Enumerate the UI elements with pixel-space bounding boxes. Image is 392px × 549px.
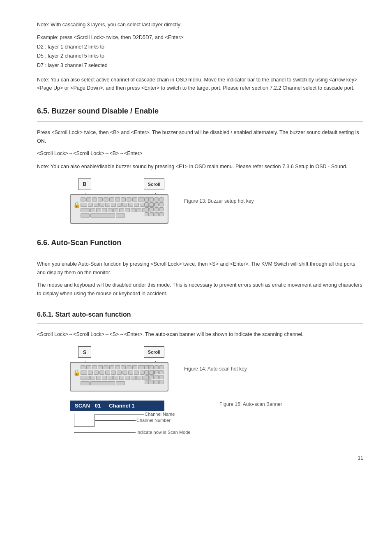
scan-text: SCAN <box>75 403 90 409</box>
figure-14-keyboard: S Scroll ↓ ↓ 🔒 <box>70 346 177 391</box>
section-66-rule <box>37 253 363 253</box>
page-number: 11 <box>37 455 363 461</box>
diag-hline-channel-name <box>95 414 144 415</box>
figure-15-label: Figure 15: Auto-scan Banner <box>219 401 282 407</box>
key-scroll-s: Scroll <box>144 346 164 358</box>
keyboard-body-s: 🔒 <box>70 362 168 391</box>
diag-label-channel-number: Channel Number <box>136 418 171 423</box>
banner-diagram: Channel Name Channel Number Indicate now… <box>70 414 210 447</box>
section-65-note: Note: You can also enable/disable buzzer… <box>37 162 363 171</box>
numpad-b <box>145 197 165 222</box>
figure-15-content: SCAN 01 Channel 1 Channel Name Channel N… <box>70 399 210 447</box>
example-d5: D5 : layer 2 channel 5 links to <box>37 51 363 61</box>
figure-13-row: B Scroll ↓ ↓ 🔒 <box>70 178 363 224</box>
keyboard-body-b: 🔒 <box>70 194 168 224</box>
figure-14-row: S Scroll ↓ ↓ 🔒 <box>70 346 363 391</box>
figure-14-label: Figure 14: Auto-scan hot key <box>184 366 247 372</box>
diag-label-scan-mode: Indicate now is Scan Mode <box>136 430 190 435</box>
key-s: S <box>78 346 91 358</box>
section-65-rule <box>37 121 363 122</box>
key-scroll-b: Scroll <box>144 178 164 190</box>
section-66-heading: 6.6. Auto-Scan Function <box>37 239 363 247</box>
section-661-heading: 6.6.1. Start auto-scan function <box>37 311 363 318</box>
scan-channel: Channel 1 <box>109 403 159 409</box>
section-661-body1: <Scroll Lock>→<Scroll Lock>→<S>→<Enter>.… <box>37 330 363 339</box>
section-65-heading: 6.5. Buzzer sound Disable / Enable <box>37 107 363 116</box>
section-66-body1: When you enable Auto-Scan function by pr… <box>37 260 363 277</box>
numpad-s <box>145 365 165 390</box>
lock-icon-s: 🔒 <box>73 369 80 376</box>
scan-banner: SCAN 01 Channel 1 <box>70 401 164 411</box>
lock-icon-b: 🔒 <box>73 202 80 208</box>
section-661-rule <box>37 323 363 324</box>
diag-hline-channel-num <box>95 420 136 421</box>
diag-hline-bottom <box>74 426 95 427</box>
example-intro: Example: press <Scroll Lock> twice, then… <box>37 33 363 42</box>
figure-13-label: Figure 13: Buzzer setup hot key <box>184 198 254 204</box>
diag-label-channel-name: Channel Name <box>145 412 175 417</box>
section-66-body2: The mouse and keyboard will be disabled … <box>37 281 363 298</box>
diag-tick-left <box>74 414 74 426</box>
example-block: Example: press <Scroll Lock> twice, then… <box>37 33 363 70</box>
section-65-hotkey: <Scroll Lock>→<Scroll Lock>→<B>→<Enter> <box>37 149 363 158</box>
example-d2: D2 : layer 1 channel 2 links to <box>37 42 363 52</box>
scan-num: 01 <box>95 403 101 409</box>
note2: Note: You can also select active channel… <box>37 76 363 92</box>
figure-13-keyboard: B Scroll ↓ ↓ 🔒 <box>70 178 177 224</box>
example-d7: D7 : layer 3 channel 7 selected <box>37 61 363 70</box>
diag-hline-scan <box>74 432 136 433</box>
section-65-body1: Press <Scroll Lock> twice, then <B> and … <box>37 128 363 145</box>
note1: Note: With cascading 3 layers, you can s… <box>37 21 363 29</box>
key-b: B <box>78 178 91 190</box>
figure-15-row: SCAN 01 Channel 1 Channel Name Channel N… <box>70 399 363 447</box>
